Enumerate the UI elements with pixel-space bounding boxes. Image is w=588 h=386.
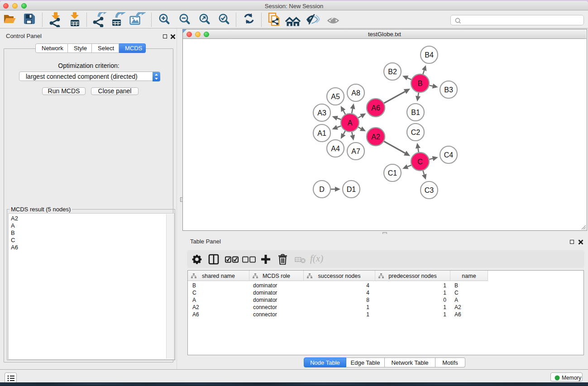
svg-text:B2: B2 — [388, 68, 397, 76]
svg-text:A2: A2 — [371, 133, 380, 141]
svg-text:B: B — [418, 80, 423, 87]
svg-text:C: C — [417, 158, 423, 166]
svg-text:C2: C2 — [411, 129, 421, 136]
svg-text:D1: D1 — [347, 186, 356, 193]
svg-text:A3: A3 — [317, 109, 326, 117]
svg-text:A5: A5 — [331, 93, 340, 100]
svg-text:C3: C3 — [425, 186, 434, 194]
svg-text:A: A — [348, 119, 353, 127]
svg-text:A1: A1 — [317, 129, 326, 137]
svg-text:C1: C1 — [388, 169, 397, 177]
svg-text:B1: B1 — [411, 109, 420, 116]
svg-text:B3: B3 — [444, 86, 453, 94]
svg-text:A7: A7 — [351, 148, 360, 155]
svg-text:A8: A8 — [351, 89, 360, 97]
svg-text:D: D — [319, 186, 325, 193]
svg-text:C4: C4 — [444, 151, 454, 159]
svg-text:A6: A6 — [371, 104, 380, 112]
svg-text:A4: A4 — [331, 145, 340, 152]
svg-text:B4: B4 — [425, 51, 434, 59]
